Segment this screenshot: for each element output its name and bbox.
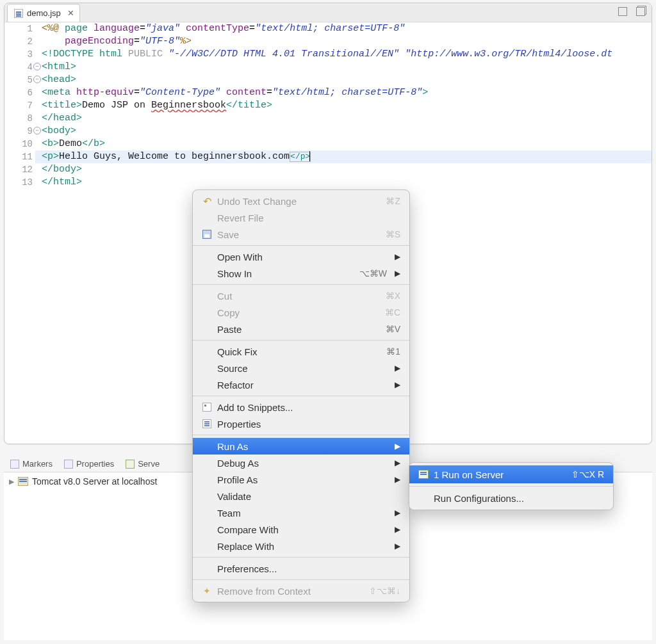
server-label: Tomcat v8.0 Server at localhost xyxy=(32,476,157,487)
ctx-validate[interactable]: Validate xyxy=(193,488,409,504)
tab-servers[interactable]: Serve xyxy=(122,459,163,469)
line-number: 5 xyxy=(28,75,33,85)
line-number: 11 xyxy=(22,152,33,162)
save-icon xyxy=(202,229,212,239)
run-as-submenu: 1 Run on Server ⇧⌥X R Run Configurations… xyxy=(409,462,614,510)
line-number: 9 xyxy=(28,126,33,136)
submenu-arrow-icon: ▶ xyxy=(395,364,400,373)
line-number: 6 xyxy=(28,88,33,98)
tab-properties[interactable]: Properties xyxy=(60,459,118,469)
menu-separator xyxy=(193,435,409,435)
line-number: 8 xyxy=(28,113,33,124)
menu-separator xyxy=(193,579,409,580)
fold-icon[interactable]: – xyxy=(33,76,41,83)
ctx-profile-as[interactable]: Profile As ▶ xyxy=(193,471,409,488)
remove-context-icon: ✦ xyxy=(202,586,212,596)
menu-separator xyxy=(193,557,409,558)
ctx-refactor[interactable]: Refactor ▶ xyxy=(193,376,409,393)
maximize-view-icon[interactable] xyxy=(636,7,645,16)
menu-separator xyxy=(409,486,613,487)
ctx-cut[interactable]: Cut ⌘X xyxy=(193,287,409,304)
ctx-team[interactable]: Team ▶ xyxy=(193,504,409,521)
line-number: 12 xyxy=(22,165,33,175)
submenu-arrow-icon: ▶ xyxy=(395,508,400,517)
line-number: 13 xyxy=(22,177,33,188)
ctx-save[interactable]: Save ⌘S xyxy=(193,226,409,243)
ctx-properties[interactable]: Properties xyxy=(193,415,409,432)
snippets-icon xyxy=(202,402,212,412)
submenu-run-configurations[interactable]: Run Configurations... xyxy=(409,489,613,507)
line-number: 2 xyxy=(28,36,33,47)
ctx-debug-as[interactable]: Debug As ▶ xyxy=(193,455,409,471)
current-line[interactable]: 11 <p>Hello Guys, Welcome to beginnersbo… xyxy=(4,150,652,163)
ctx-copy[interactable]: Copy ⌘C xyxy=(193,304,409,321)
ctx-compare-with[interactable]: Compare With ▶ xyxy=(193,521,409,538)
submenu-arrow-icon: ▶ xyxy=(395,269,400,278)
ctx-quick-fix[interactable]: Quick Fix ⌘1 xyxy=(193,343,409,360)
undo-icon: ↶ xyxy=(202,196,212,206)
line-number: 10 xyxy=(22,139,33,149)
submenu-arrow-icon: ▶ xyxy=(395,442,400,451)
submenu-arrow-icon: ▶ xyxy=(395,525,400,534)
properties-icon xyxy=(64,460,73,469)
tab-markers[interactable]: Markers xyxy=(6,459,56,469)
editor-tab-bar: demo.jsp ✕ xyxy=(4,3,652,22)
ctx-show-in[interactable]: Show In ⌥⌘W ▶ xyxy=(193,265,409,282)
editor-context-menu: ↶ Undo Text Change ⌘Z Revert File Save ⌘… xyxy=(192,189,410,602)
jsp-file-icon xyxy=(14,9,23,18)
markers-icon xyxy=(10,460,19,469)
submenu-arrow-icon: ▶ xyxy=(395,542,400,551)
ctx-revert-file[interactable]: Revert File xyxy=(193,209,409,226)
text-cursor xyxy=(309,151,310,161)
fold-icon[interactable]: – xyxy=(33,127,41,134)
ctx-open-with[interactable]: Open With ▶ xyxy=(193,248,409,265)
ctx-preferences[interactable]: Preferences... xyxy=(193,560,409,577)
ctx-replace-with[interactable]: Replace With ▶ xyxy=(193,538,409,554)
close-tab-icon[interactable]: ✕ xyxy=(67,8,74,18)
tree-expand-icon[interactable]: ▶ xyxy=(9,478,14,486)
minimize-view-icon[interactable] xyxy=(618,7,627,16)
menu-separator xyxy=(193,396,409,396)
servers-icon xyxy=(126,460,135,469)
ctx-run-as[interactable]: Run As ▶ xyxy=(193,438,409,455)
menu-separator xyxy=(193,245,409,246)
ctx-remove-from-context[interactable]: ✦ Remove from Context ⇧⌥⌘↓ xyxy=(193,583,409,599)
ctx-paste[interactable]: Paste ⌘V xyxy=(193,321,409,337)
tomcat-server-icon xyxy=(18,477,28,486)
line-number: 3 xyxy=(28,49,33,60)
submenu-run-on-server[interactable]: 1 Run on Server ⇧⌥X R xyxy=(409,465,613,483)
ctx-source[interactable]: Source ▶ xyxy=(193,360,409,376)
editor-tab-demo-jsp[interactable]: demo.jsp ✕ xyxy=(7,4,80,22)
menu-separator xyxy=(193,284,409,285)
closing-tag-box: </p> xyxy=(290,152,311,162)
run-on-server-icon xyxy=(418,469,429,479)
submenu-arrow-icon: ▶ xyxy=(395,380,400,389)
tab-filename: demo.jsp xyxy=(27,8,61,18)
submenu-arrow-icon: ▶ xyxy=(395,458,400,467)
line-number: 7 xyxy=(28,101,33,111)
submenu-arrow-icon: ▶ xyxy=(395,475,400,484)
menu-separator xyxy=(193,340,409,341)
line-number: 4 xyxy=(28,62,33,72)
properties-icon xyxy=(202,419,212,429)
line-number: 1 xyxy=(28,24,33,34)
ctx-undo-text-change[interactable]: ↶ Undo Text Change ⌘Z xyxy=(193,193,409,209)
editor-window-controls xyxy=(618,7,645,16)
fold-icon[interactable]: – xyxy=(33,63,41,70)
ctx-add-snippets[interactable]: Add to Snippets... xyxy=(193,399,409,415)
submenu-arrow-icon: ▶ xyxy=(395,252,400,261)
